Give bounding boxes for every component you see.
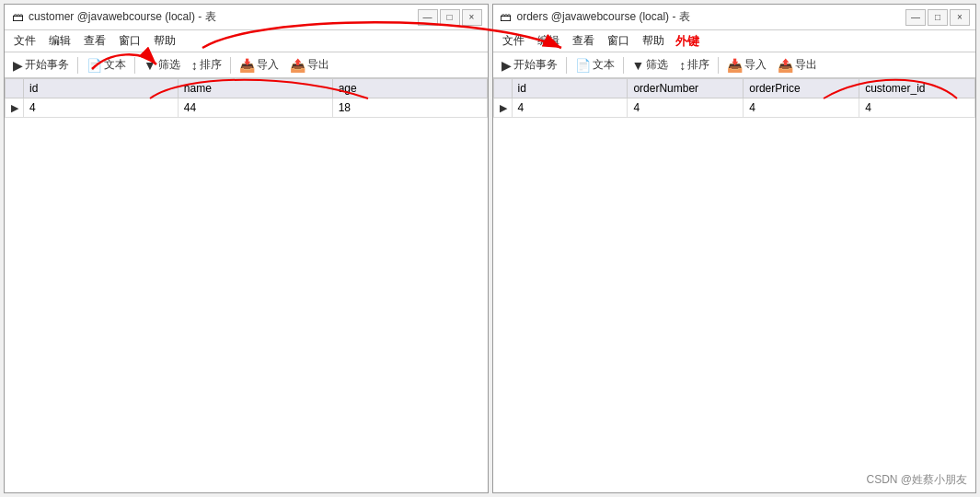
header-row-orders: id orderNumber orderPrice customer_id [493, 79, 975, 98]
cell-id-orders-1[interactable]: 4 [512, 98, 628, 118]
toolbar-customer: ▶ 开始事务 📄 文本 ▼ 筛选 ↕ 排序 📥 导入 📤 导出 [5, 52, 488, 78]
toolbar-import-orders[interactable]: 📥 导入 [722, 55, 771, 75]
toolbar-filter-customer[interactable]: ▼ 筛选 [139, 55, 185, 75]
menu-edit-orders[interactable]: 编辑 [532, 31, 565, 51]
th-name-customer: name [178, 79, 332, 98]
toolbar-sort-customer[interactable]: ↕ 排序 [187, 55, 226, 75]
text-icon: 📄 [86, 58, 102, 73]
cell-customerid-1[interactable]: 4 [859, 98, 975, 118]
title-bar-orders: 🗃 orders @javawebcourse (local) - 表 — □ … [493, 5, 976, 30]
close-btn-customer[interactable]: × [462, 9, 482, 26]
menu-bar-orders: 文件 编辑 查看 窗口 帮助 外键 [493, 30, 976, 52]
begin-tx-icon: ▶ [13, 58, 23, 73]
sort-icon: ↕ [191, 58, 198, 73]
menu-file-customer[interactable]: 文件 [8, 31, 41, 51]
row-marker-orders-1: ▶ [493, 98, 512, 118]
watermark: CSDN @姓蔡小朋友 [866, 472, 967, 488]
import-icon: 📥 [239, 58, 255, 73]
menu-help-customer[interactable]: 帮助 [148, 31, 181, 51]
menu-window-customer[interactable]: 窗口 [113, 31, 146, 51]
export-icon-orders: 📤 [778, 58, 793, 73]
db-icon-customer: 🗃 [10, 10, 25, 25]
orders-table: id orderNumber orderPrice customer_id ▶ … [493, 78, 976, 118]
customer-window: 🗃 customer @javawebcourse (local) - 表 — … [4, 4, 489, 493]
begin-tx-label-orders: 开始事务 [513, 57, 558, 73]
table-row[interactable]: ▶ 4 44 18 [6, 98, 488, 118]
filter-icon-orders: ▼ [632, 58, 645, 73]
th-marker-orders [493, 79, 512, 98]
cell-id-1[interactable]: 4 [24, 98, 179, 118]
close-btn-orders[interactable]: × [950, 9, 970, 26]
toolbar-sort-orders[interactable]: ↕ 排序 [674, 55, 714, 75]
sep1-orders [566, 57, 567, 74]
text-icon-orders: 📄 [575, 58, 591, 73]
toolbar-import-customer[interactable]: 📥 导入 [235, 55, 283, 75]
cell-name-1[interactable]: 44 [178, 98, 332, 118]
sort-label-orders: 排序 [687, 57, 709, 73]
orders-window: 🗃 orders @javawebcourse (local) - 表 — □ … [492, 4, 977, 493]
win-buttons-orders: — □ × [905, 9, 970, 26]
customer-table: id name age ▶ 4 44 18 [5, 78, 488, 118]
menu-edit-customer[interactable]: 编辑 [43, 31, 76, 51]
begin-tx-icon-orders: ▶ [502, 58, 512, 73]
toolbar-filter-orders[interactable]: ▼ 筛选 [628, 55, 674, 75]
th-marker-customer [6, 79, 24, 98]
menu-help-orders[interactable]: 帮助 [637, 31, 670, 51]
text-label-orders: 文本 [593, 57, 615, 73]
minimize-btn-customer[interactable]: — [418, 9, 438, 26]
table-row[interactable]: ▶ 4 4 4 4 [493, 98, 975, 118]
sep2-orders [623, 57, 624, 74]
sep3 [230, 57, 231, 74]
toolbar-begin-tx-customer[interactable]: ▶ 开始事务 [8, 55, 74, 75]
cell-ordernumber-1[interactable]: 4 [628, 98, 744, 118]
toolbar-export-orders[interactable]: 📤 导出 [773, 55, 822, 75]
maximize-btn-orders[interactable]: □ [928, 9, 948, 26]
toolbar-begin-tx-orders[interactable]: ▶ 开始事务 [497, 55, 562, 75]
table-area-customer[interactable]: id name age ▶ 4 44 18 [5, 78, 488, 492]
th-id-orders: id [512, 79, 628, 98]
import-icon-orders: 📥 [727, 58, 743, 73]
menu-window-orders[interactable]: 窗口 [602, 31, 635, 51]
win-buttons-customer: — □ × [418, 9, 482, 26]
text-label: 文本 [104, 57, 126, 73]
table-area-orders[interactable]: id orderNumber orderPrice customer_id ▶ … [493, 78, 976, 492]
menu-view-orders[interactable]: 查看 [567, 31, 600, 51]
export-label-orders: 导出 [795, 57, 817, 73]
th-age-customer: age [332, 79, 487, 98]
th-id-customer: id [24, 79, 179, 98]
menu-bar-customer: 文件 编辑 查看 窗口 帮助 [5, 30, 488, 52]
th-orderprice: orderPrice [744, 79, 859, 98]
export-icon: 📤 [290, 58, 306, 73]
title-text-orders: orders @javawebcourse (local) - 表 [517, 9, 906, 25]
sep2 [134, 57, 135, 74]
cell-age-1[interactable]: 18 [332, 98, 487, 118]
menu-file-orders[interactable]: 文件 [497, 31, 530, 51]
sort-label: 排序 [200, 57, 222, 73]
filter-label: 筛选 [158, 57, 180, 73]
filter-icon: ▼ [144, 58, 156, 73]
title-bar-customer: 🗃 customer @javawebcourse (local) - 表 — … [5, 5, 488, 30]
begin-tx-label: 开始事务 [25, 57, 69, 73]
sep3-orders [718, 57, 719, 74]
menu-view-customer[interactable]: 查看 [78, 31, 111, 51]
filter-label-orders: 筛选 [646, 57, 668, 73]
th-customerid: customer_id [859, 79, 975, 98]
minimize-btn-orders[interactable]: — [905, 9, 926, 26]
sort-icon-orders: ↕ [679, 58, 686, 73]
toolbar-text-customer[interactable]: 📄 文本 [82, 55, 131, 75]
import-label-orders: 导入 [744, 57, 767, 73]
import-label: 导入 [257, 57, 279, 73]
maximize-btn-customer[interactable]: □ [440, 9, 460, 26]
title-text-customer: customer @javawebcourse (local) - 表 [29, 9, 418, 25]
row-marker-1: ▶ [6, 98, 24, 118]
header-row-customer: id name age [6, 79, 488, 98]
cell-orderprice-1[interactable]: 4 [744, 98, 859, 118]
export-label: 导出 [307, 57, 329, 73]
toolbar-text-orders[interactable]: 📄 文本 [571, 55, 619, 75]
sep1 [77, 57, 78, 74]
foreign-key-label: 外键 [675, 33, 699, 50]
db-icon-orders: 🗃 [499, 10, 513, 25]
toolbar-orders: ▶ 开始事务 📄 文本 ▼ 筛选 ↕ 排序 📥 导入 📤 导出 [493, 52, 976, 78]
th-ordernumber: orderNumber [628, 79, 744, 98]
toolbar-export-customer[interactable]: 📤 导出 [285, 55, 334, 75]
